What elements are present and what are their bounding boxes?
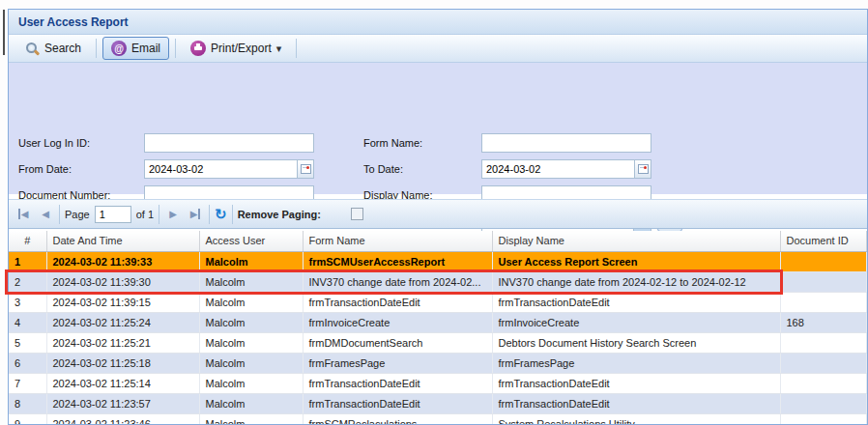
page-count-label: of 1 bbox=[136, 209, 154, 220]
table-row[interactable]: 72024-03-02 11:25:14MalcolmfrmTransactio… bbox=[9, 373, 867, 393]
paging-separator bbox=[159, 205, 159, 224]
table-row[interactable]: 22024-03-02 11:39:30MalcolmINV370 change… bbox=[9, 271, 867, 292]
window-titlebar: User Access Report bbox=[9, 10, 867, 35]
table-cell: frmSCMReclaculations bbox=[303, 413, 492, 424]
toolbar: Search Email Print/Export bbox=[9, 35, 867, 63]
first-page-button[interactable] bbox=[14, 206, 32, 223]
table-cell: frmTransactionDateEdit bbox=[303, 373, 492, 393]
table-row[interactable]: 32024-03-02 11:39:15MalcolmfrmTransactio… bbox=[9, 292, 867, 312]
toolbar-separator bbox=[175, 39, 176, 58]
table-cell bbox=[780, 393, 867, 413]
search-button-label: Search bbox=[44, 42, 81, 55]
table-cell: INV370 change date from 2024-02-12 to 20… bbox=[492, 271, 780, 292]
table-cell: frmDMDocumentSearch bbox=[303, 332, 492, 353]
table-cell: 2024-03-02 11:25:14 bbox=[46, 373, 199, 393]
from-date-calendar-button[interactable] bbox=[297, 160, 313, 178]
column-header-number[interactable]: # bbox=[9, 231, 46, 251]
previous-page-button[interactable] bbox=[37, 206, 54, 223]
table-cell: 2024-03-02 11:39:15 bbox=[46, 292, 199, 312]
paging-separator bbox=[232, 205, 233, 224]
toolbar-separator bbox=[96, 39, 97, 58]
email-button-label: Email bbox=[131, 42, 160, 55]
table-row[interactable]: 82024-03-02 11:23:57MalcolmfrmTransactio… bbox=[9, 393, 867, 413]
calendar-icon bbox=[638, 164, 649, 174]
table-row[interactable]: 62024-03-02 11:25:18MalcolmfrmFramesPage… bbox=[9, 353, 867, 373]
from-date-field[interactable] bbox=[144, 159, 314, 179]
filter-panel: User Log In ID: Form Name: From Date: To… bbox=[9, 63, 867, 194]
table-cell: System Recalculations Utility bbox=[492, 413, 780, 424]
frame-border-line bbox=[3, 10, 5, 55]
next-page-button[interactable] bbox=[164, 206, 182, 223]
email-button[interactable]: Email bbox=[102, 37, 169, 60]
to-date-field-wrap bbox=[481, 159, 651, 179]
row-number-cell: 4 bbox=[9, 312, 46, 332]
table-cell: Malcolm bbox=[199, 292, 303, 312]
table-cell: Malcolm bbox=[199, 332, 303, 353]
table-body: 12024-03-02 11:39:33MalcolmfrmSCMUserAcc… bbox=[9, 251, 867, 424]
column-header-display-name[interactable]: Display Name bbox=[492, 231, 780, 251]
table-cell: Malcolm bbox=[199, 251, 303, 271]
print-export-button-label: Print/Export bbox=[211, 42, 272, 55]
search-icon bbox=[25, 42, 40, 56]
table-row[interactable]: 52024-03-02 11:25:21MalcolmfrmDMDocument… bbox=[9, 332, 867, 353]
results-grid: # Date And Time Access User Form Name Di… bbox=[9, 231, 867, 424]
search-button[interactable]: Search bbox=[16, 38, 90, 60]
results-table: # Date And Time Access User Form Name Di… bbox=[9, 231, 867, 424]
user-log-in-id-label: User Log In ID: bbox=[18, 132, 90, 154]
chevron-down-icon bbox=[276, 42, 282, 55]
table-cell: frmTransactionDateEdit bbox=[303, 292, 492, 312]
paging-bar: Page of 1 Remove Paging: bbox=[9, 199, 867, 229]
table-row[interactable]: 42024-03-02 11:25:24MalcolmfrmInvoiceCre… bbox=[9, 312, 867, 332]
table-cell: Malcolm bbox=[199, 393, 303, 413]
to-date-field[interactable] bbox=[481, 159, 651, 179]
table-cell: Malcolm bbox=[199, 271, 303, 292]
refresh-icon[interactable] bbox=[215, 206, 227, 223]
table-cell: frmTransactionDateEdit bbox=[492, 292, 780, 312]
row-number-cell: 8 bbox=[9, 393, 46, 413]
column-header-date-and-time[interactable]: Date And Time bbox=[46, 231, 199, 251]
table-cell: 2024-03-02 11:23:46 bbox=[46, 413, 199, 424]
table-row[interactable]: 12024-03-02 11:39:33MalcolmfrmSCMUserAcc… bbox=[9, 251, 867, 271]
table-cell bbox=[780, 251, 867, 271]
toolbar-separator bbox=[296, 39, 297, 58]
table-cell: Debtors Document History Search Screen bbox=[492, 332, 780, 353]
last-page-button[interactable] bbox=[187, 206, 204, 223]
column-header-access-user[interactable]: Access User bbox=[199, 231, 303, 251]
table-cell: frmInvoiceCreate bbox=[492, 312, 780, 332]
table-cell: Malcolm bbox=[199, 312, 303, 332]
table-cell: frmInvoiceCreate bbox=[303, 312, 492, 332]
table-cell bbox=[780, 413, 867, 424]
from-date-label: From Date: bbox=[18, 158, 72, 180]
column-header-document-id[interactable]: Document ID bbox=[780, 231, 867, 251]
table-cell: frmTransactionDateEdit bbox=[303, 393, 492, 413]
table-cell: INV370 change date from 2024-02... bbox=[303, 271, 492, 292]
table-cell: 2024-03-02 11:23:57 bbox=[46, 393, 199, 413]
page-number-input[interactable] bbox=[95, 206, 131, 223]
table-cell: 2024-03-02 11:25:24 bbox=[46, 312, 199, 332]
row-number-cell: 7 bbox=[9, 373, 46, 393]
to-date-label: To Date: bbox=[363, 158, 403, 180]
table-cell: Malcolm bbox=[199, 373, 303, 393]
row-number-cell: 2 bbox=[9, 271, 46, 292]
email-icon bbox=[111, 41, 127, 56]
table-cell bbox=[780, 353, 867, 373]
to-date-calendar-button[interactable] bbox=[634, 160, 651, 178]
table-cell: frmTransactionDateEdit bbox=[492, 393, 780, 413]
row-number-cell: 9 bbox=[9, 413, 46, 424]
print-export-button[interactable]: Print/Export bbox=[182, 37, 290, 60]
table-row[interactable]: 92024-03-02 11:23:46MalcolmfrmSCMReclacu… bbox=[9, 413, 867, 424]
user-log-in-id-field[interactable] bbox=[144, 133, 314, 153]
table-cell bbox=[780, 271, 867, 292]
row-number-cell: 6 bbox=[9, 353, 46, 373]
table-cell: frmFramesPage bbox=[303, 353, 492, 373]
remove-paging-checkbox[interactable] bbox=[351, 208, 363, 220]
column-header-form-name[interactable]: Form Name bbox=[303, 231, 492, 251]
form-name-field[interactable] bbox=[481, 133, 651, 153]
table-cell bbox=[780, 373, 867, 393]
table-cell: frmSCMUserAccessReport bbox=[303, 251, 492, 271]
user-access-report-window: User Access Report Search Email Print/Ex… bbox=[8, 9, 868, 425]
table-cell: 2024-03-02 11:25:18 bbox=[46, 353, 199, 373]
row-number-cell: 3 bbox=[9, 292, 46, 312]
table-cell: frmFramesPage bbox=[492, 353, 780, 373]
calendar-icon bbox=[301, 164, 311, 174]
